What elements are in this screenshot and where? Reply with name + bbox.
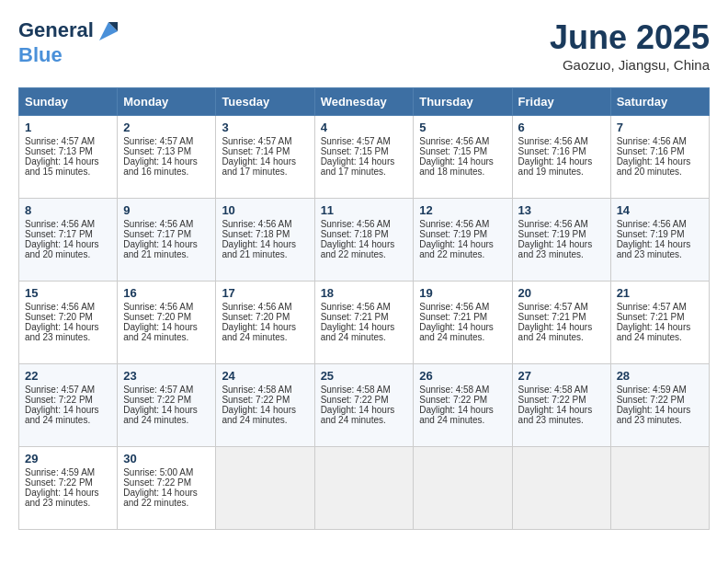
day-cell-27: 27Sunrise: 4:58 AMSunset: 7:22 PMDayligh… [512, 364, 610, 447]
weekday-header-row: Sunday Monday Tuesday Wednesday Thursday… [19, 88, 710, 116]
sunset-label: Sunset: 7:19 PM [419, 229, 487, 239]
sunrise-label: Sunrise: 4:56 AM [321, 302, 391, 312]
day-number: 28 [617, 369, 703, 383]
day-number: 3 [222, 121, 308, 134]
day-cell-28: 28Sunrise: 4:59 AMSunset: 7:22 PMDayligh… [610, 364, 709, 447]
calendar-table: Sunday Monday Tuesday Wednesday Thursday… [18, 87, 710, 530]
header-monday: Monday [118, 88, 216, 116]
day-number: 12 [419, 203, 506, 217]
day-number: 6 [518, 121, 605, 134]
sunset-label: Sunset: 7:22 PM [321, 395, 389, 405]
day-number: 1 [25, 121, 111, 134]
sunset-label: Sunset: 7:22 PM [25, 395, 93, 405]
week-row-1: 1Sunrise: 4:57 AMSunset: 7:13 PMDaylight… [19, 116, 710, 199]
day-number: 4 [321, 121, 408, 134]
sunset-label: Sunset: 7:16 PM [617, 146, 685, 156]
daylight-label: Daylight: 14 hours and 24 minutes. [123, 322, 198, 342]
day-number: 9 [123, 203, 210, 217]
logo-text: General Blue [18, 18, 121, 66]
header-thursday: Thursday [414, 88, 512, 116]
day-cell-19: 19Sunrise: 4:56 AMSunset: 7:21 PMDayligh… [414, 282, 512, 364]
sunset-label: Sunset: 7:22 PM [222, 395, 290, 405]
daylight-label: Daylight: 14 hours and 24 minutes. [419, 405, 494, 425]
sunset-label: Sunset: 7:20 PM [25, 312, 93, 322]
sunset-label: Sunset: 7:20 PM [222, 312, 290, 322]
sunset-label: Sunset: 7:18 PM [321, 229, 389, 239]
day-number: 22 [25, 369, 111, 383]
daylight-label: Daylight: 14 hours and 23 minutes. [617, 405, 691, 425]
sunset-label: Sunset: 7:21 PM [518, 312, 586, 322]
daylight-label: Daylight: 14 hours and 20 minutes. [25, 239, 99, 259]
day-cell-13: 13Sunrise: 4:56 AMSunset: 7:19 PMDayligh… [512, 199, 610, 282]
day-cell-24: 24Sunrise: 4:58 AMSunset: 7:22 PMDayligh… [216, 364, 314, 447]
logo: General Blue [18, 18, 121, 66]
day-cell-16: 16Sunrise: 4:56 AMSunset: 7:20 PMDayligh… [118, 282, 216, 364]
daylight-label: Daylight: 14 hours and 24 minutes. [518, 322, 593, 342]
location: Gaozuo, Jiangsu, China [550, 57, 710, 73]
day-number: 8 [25, 203, 111, 217]
day-cell-20: 20Sunrise: 4:57 AMSunset: 7:21 PMDayligh… [512, 282, 610, 364]
daylight-label: Daylight: 14 hours and 17 minutes. [321, 156, 395, 177]
day-number: 16 [123, 286, 210, 300]
sunset-label: Sunset: 7:16 PM [518, 146, 586, 156]
day-number: 23 [123, 369, 210, 383]
day-cell-4: 4Sunrise: 4:57 AMSunset: 7:15 PMDaylight… [314, 116, 414, 199]
day-number: 21 [617, 286, 703, 300]
sunset-label: Sunset: 7:17 PM [123, 229, 191, 239]
day-cell-5: 5Sunrise: 4:56 AMSunset: 7:15 PMDaylight… [414, 116, 512, 199]
day-cell-11: 11Sunrise: 4:56 AMSunset: 7:18 PMDayligh… [314, 199, 414, 282]
sunrise-label: Sunrise: 4:57 AM [617, 302, 687, 312]
sunset-label: Sunset: 7:19 PM [617, 229, 685, 239]
sunrise-label: Sunrise: 4:56 AM [419, 136, 489, 146]
month-title: June 2025 [550, 18, 710, 57]
day-cell-26: 26Sunrise: 4:58 AMSunset: 7:22 PMDayligh… [414, 364, 512, 447]
day-cell-8: 8Sunrise: 4:56 AMSunset: 7:17 PMDaylight… [19, 199, 118, 282]
empty-cell [414, 447, 512, 530]
sunrise-label: Sunrise: 4:56 AM [222, 302, 291, 312]
sunset-label: Sunset: 7:13 PM [25, 146, 93, 156]
header-wednesday: Wednesday [314, 88, 414, 116]
day-cell-2: 2Sunrise: 4:57 AMSunset: 7:13 PMDaylight… [118, 116, 216, 199]
sunset-label: Sunset: 7:22 PM [518, 395, 586, 405]
daylight-label: Daylight: 14 hours and 20 minutes. [617, 156, 691, 177]
day-cell-1: 1Sunrise: 4:57 AMSunset: 7:13 PMDaylight… [19, 116, 118, 199]
week-row-4: 22Sunrise: 4:57 AMSunset: 7:22 PMDayligh… [19, 364, 710, 447]
daylight-label: Daylight: 14 hours and 24 minutes. [222, 322, 296, 342]
daylight-label: Daylight: 14 hours and 24 minutes. [419, 322, 494, 342]
daylight-label: Daylight: 14 hours and 24 minutes. [321, 322, 395, 342]
sunset-label: Sunset: 7:20 PM [123, 312, 191, 322]
sunrise-label: Sunrise: 4:58 AM [321, 385, 391, 395]
header-tuesday: Tuesday [216, 88, 314, 116]
day-number: 29 [25, 452, 111, 465]
daylight-label: Daylight: 14 hours and 24 minutes. [222, 405, 296, 425]
day-cell-6: 6Sunrise: 4:56 AMSunset: 7:16 PMDaylight… [512, 116, 610, 199]
day-cell-29: 29Sunrise: 4:59 AMSunset: 7:22 PMDayligh… [19, 447, 118, 530]
sunrise-label: Sunrise: 4:56 AM [518, 136, 588, 146]
sunrise-label: Sunrise: 4:58 AM [419, 385, 489, 395]
sunset-label: Sunset: 7:22 PM [123, 477, 191, 488]
daylight-label: Daylight: 14 hours and 24 minutes. [321, 405, 395, 425]
day-cell-21: 21Sunrise: 4:57 AMSunset: 7:21 PMDayligh… [610, 282, 709, 364]
daylight-label: Daylight: 14 hours and 22 minutes. [123, 488, 198, 508]
sunset-label: Sunset: 7:13 PM [123, 146, 191, 156]
day-cell-12: 12Sunrise: 4:56 AMSunset: 7:19 PMDayligh… [414, 199, 512, 282]
sunset-label: Sunset: 7:22 PM [123, 395, 191, 405]
sunrise-label: Sunrise: 4:57 AM [321, 136, 391, 146]
sunrise-label: Sunrise: 4:56 AM [419, 302, 489, 312]
sunrise-label: Sunrise: 4:57 AM [123, 385, 193, 395]
sunset-label: Sunset: 7:18 PM [222, 229, 290, 239]
day-number: 10 [222, 203, 308, 217]
day-number: 19 [419, 286, 506, 300]
day-cell-23: 23Sunrise: 4:57 AMSunset: 7:22 PMDayligh… [118, 364, 216, 447]
day-cell-22: 22Sunrise: 4:57 AMSunset: 7:22 PMDayligh… [19, 364, 118, 447]
sunset-label: Sunset: 7:15 PM [419, 146, 487, 156]
sunrise-label: Sunrise: 4:58 AM [518, 385, 588, 395]
week-row-2: 8Sunrise: 4:56 AMSunset: 7:17 PMDaylight… [19, 199, 710, 282]
day-number: 14 [617, 203, 703, 217]
day-number: 2 [123, 121, 210, 134]
sunset-label: Sunset: 7:21 PM [419, 312, 487, 322]
sunrise-label: Sunrise: 4:56 AM [321, 219, 391, 229]
daylight-label: Daylight: 14 hours and 24 minutes. [617, 322, 691, 342]
sunrise-label: Sunrise: 4:56 AM [25, 219, 95, 229]
sunset-label: Sunset: 7:21 PM [617, 312, 685, 322]
